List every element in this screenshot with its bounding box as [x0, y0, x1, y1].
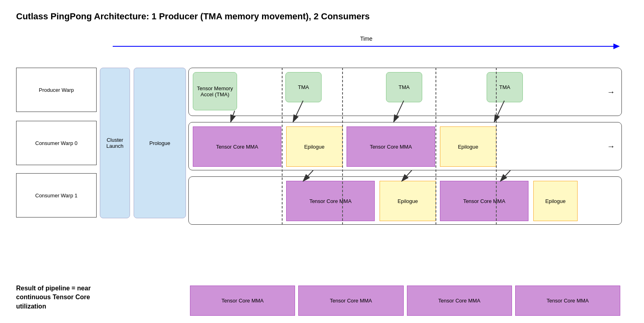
timeline-area: Tensor Memory Accel (TMA) TMA TMA TMA → …	[188, 62, 622, 291]
consumer0-mma-2: Tensor Core MMA	[347, 126, 435, 167]
bottom-mma-3: Tensor Core MMA	[407, 286, 512, 316]
time-arrow-container: Time	[113, 35, 620, 49]
producer-row-arrow: →	[607, 87, 615, 97]
consumer0-epilogue-2: Epilogue	[440, 126, 496, 167]
consumer1-mma-2: Tensor Core MMA	[440, 181, 528, 221]
dashed-line-3	[436, 68, 436, 225]
consumer0-row-arrow: →	[607, 142, 615, 151]
tma-box-4: TMA	[487, 72, 523, 102]
time-arrow	[113, 43, 620, 49]
dashed-line-4	[496, 68, 497, 225]
dashed-line-1	[282, 68, 283, 225]
bottom-mma-1: Tensor Core MMA	[190, 286, 295, 316]
producer-row: Tensor Memory Accel (TMA) TMA TMA TMA →	[188, 68, 622, 116]
time-label: Time	[360, 35, 373, 42]
cluster-launch-box: Cluster Launch	[100, 68, 130, 218]
consumer1-epilogue-1: Epilogue	[380, 181, 436, 221]
consumer0-mma-1: Tensor Core MMA	[193, 126, 281, 167]
dashed-line-2	[342, 68, 343, 225]
consumer1-mma-1: Tensor Core MMA	[286, 181, 375, 221]
result-label: Result of pipeline = near continuous Ten…	[16, 284, 97, 311]
main-title: Cutlass PingPong Architecture: 1 Produce…	[16, 11, 370, 22]
prologue-box: Prologue	[134, 68, 186, 218]
consumer1-epilogue-2: Epilogue	[533, 181, 578, 221]
bottom-mma-2: Tensor Core MMA	[298, 286, 403, 316]
bottom-mma-4: Tensor Core MMA	[515, 286, 620, 316]
tma-box-3: TMA	[386, 72, 422, 102]
producer-warp-label: Producer Warp	[16, 68, 97, 112]
bottom-mma-row: Tensor Core MMA Tensor Core MMA Tensor C…	[188, 286, 622, 316]
tma-box-2: TMA	[285, 72, 322, 102]
consumer-warp-0-label: Consumer Warp 0	[16, 121, 97, 165]
consumer-warp-1-label: Consumer Warp 1	[16, 173, 97, 217]
consumer1-row: Tensor Core MMA Epilogue Tensor Core MMA…	[188, 176, 622, 225]
tma-box-1: Tensor Memory Accel (TMA)	[193, 72, 237, 110]
consumer0-row: Tensor Core MMA Epilogue Tensor Core MMA…	[188, 122, 622, 170]
consumer0-epilogue-1: Epilogue	[286, 126, 343, 167]
